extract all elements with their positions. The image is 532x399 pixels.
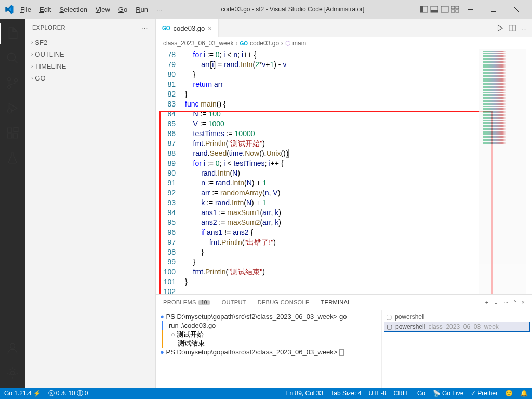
layout-right-icon[interactable] [441, 5, 449, 14]
split-icon[interactable] [509, 24, 516, 32]
run-icon[interactable] [496, 24, 503, 32]
section-sf2[interactable]: ›SF2 [25, 36, 155, 48]
extensions-icon [6, 126, 19, 140]
terminal-list: ▢powershell ▢powershell class_2023_06_03… [381, 310, 532, 388]
sidebar-title: EXPLORER [32, 24, 65, 31]
tab-problems[interactable]: PROBLEMS 10 [163, 299, 210, 305]
symbol-icon: ⬡ [285, 39, 290, 47]
status-encoding[interactable]: UTF-8 [369, 390, 387, 397]
search-icon [6, 51, 19, 65]
tab-code03[interactable]: GO code03.go × [156, 19, 219, 37]
status-cursor[interactable]: Ln 89, Col 33 [286, 390, 323, 397]
status-tabsize[interactable]: Tab Size: 4 [330, 390, 361, 397]
problems-badge: 10 [198, 300, 210, 305]
code-editor[interactable]: 7879808182838485868788899091929394959697… [156, 49, 532, 294]
menu-bar: File Edit Selection View Go Run ··· [17, 4, 166, 16]
activity-debug[interactable] [0, 98, 25, 118]
maximize-button[interactable] [482, 2, 505, 17]
svg-point-15 [7, 109, 12, 113]
menu-selection[interactable]: Selection [56, 4, 90, 16]
status-eol[interactable]: CRLF [394, 390, 410, 397]
line-gutter: 7879808182838485868788899091929394959697… [156, 49, 185, 294]
branch-icon [6, 76, 19, 90]
menu-go[interactable]: Go [115, 4, 131, 16]
terminal-icon: ▢ [386, 313, 392, 321]
activity-search[interactable] [0, 48, 25, 69]
svg-point-14 [15, 79, 17, 82]
menu-view[interactable]: View [92, 4, 114, 16]
activity-extensions[interactable] [0, 123, 25, 143]
svg-rect-7 [451, 10, 455, 12]
account-icon [6, 341, 19, 355]
svg-rect-3 [431, 10, 438, 12]
more-icon[interactable]: ··· [521, 24, 527, 32]
more-icon[interactable]: ··· [503, 299, 508, 305]
svg-rect-19 [14, 127, 18, 132]
svg-point-20 [10, 343, 15, 348]
svg-point-11 [7, 53, 15, 61]
activity-account[interactable] [0, 338, 25, 358]
panel-tabs: PROBLEMS 10 OUTPUT DEBUG CONSOLE TERMINA… [156, 295, 532, 310]
svg-rect-17 [7, 134, 12, 138]
activity-settings[interactable] [0, 363, 25, 383]
debug-icon [6, 101, 19, 115]
status-diagnostics[interactable]: ⓧ 0 ⚠ 10 ⓘ 0 [48, 389, 88, 398]
activity-scm[interactable] [0, 73, 25, 94]
status-golive[interactable]: 📡 Go Live [433, 390, 463, 397]
terminal-entry[interactable]: ▢powershell [384, 312, 530, 322]
close-icon[interactable]: × [208, 24, 212, 32]
status-prettier[interactable]: ✓ Prettier [471, 390, 498, 397]
maximize-panel-icon[interactable]: ^ [513, 299, 516, 305]
menu-edit[interactable]: Edit [36, 4, 55, 16]
section-go[interactable]: ›GO [25, 72, 155, 84]
terminal-entry[interactable]: ▢powershell class_2023_06_03_week [384, 322, 530, 332]
menu-run[interactable]: Run [132, 4, 152, 16]
svg-rect-10 [491, 7, 496, 12]
svg-rect-4 [441, 6, 448, 12]
status-bar: Go 1.21.4 ⚡ ⓧ 0 ⚠ 10 ⓘ 0 Ln 89, Col 33 T… [0, 388, 532, 399]
layout-sidebar-icon[interactable] [420, 5, 428, 14]
svg-rect-9 [468, 9, 473, 10]
svg-rect-18 [13, 134, 18, 138]
tab-terminal[interactable]: TERMINAL [321, 299, 351, 309]
minimize-button[interactable] [459, 2, 482, 17]
new-terminal-icon[interactable]: + [485, 299, 488, 305]
activity-testing[interactable] [0, 148, 25, 168]
editor-area: GO code03.go × ··· class_2023_06_03_week… [156, 19, 532, 388]
layout-controls [420, 5, 459, 14]
layout-custom-icon[interactable] [451, 5, 459, 14]
terminal-icon: ▢ [387, 323, 392, 330]
terminal[interactable]: ● PS D:\mysetup\gopath\src\sf2\class_202… [156, 310, 381, 388]
svg-rect-16 [7, 128, 12, 132]
section-timeline[interactable]: ›TIMELINE [25, 60, 155, 72]
status-feedback-icon[interactable]: 🙂 [505, 390, 513, 397]
section-outline[interactable]: ›OUTLINE [25, 48, 155, 60]
tab-output[interactable]: OUTPUT [222, 299, 246, 305]
breadcrumb[interactable]: class_2023_06_03_week› GOcode03.go› ⬡mai… [156, 37, 532, 49]
beaker-icon [6, 151, 19, 165]
sidebar-header: EXPLORER ··· [25, 19, 155, 36]
minimap[interactable] [479, 49, 526, 294]
sidebar-more-icon[interactable]: ··· [141, 23, 148, 32]
layout-panel-icon[interactable] [430, 5, 438, 14]
tab-debug-console[interactable]: DEBUG CONSOLE [258, 299, 310, 305]
svg-point-21 [11, 371, 15, 375]
status-lang[interactable]: Go [417, 390, 425, 397]
close-panel-icon[interactable]: × [522, 299, 525, 305]
menu-file[interactable]: File [17, 4, 35, 16]
tab-bar: GO code03.go × ··· [156, 19, 532, 37]
window-title: code03.go - sf2 - Visual Studio Code [Ad… [166, 6, 420, 13]
title-bar: File Edit Selection View Go Run ··· code… [0, 0, 532, 19]
status-go[interactable]: Go 1.21.4 ⚡ [4, 390, 41, 397]
files-icon [6, 26, 19, 40]
svg-rect-6 [456, 6, 459, 9]
menu-more[interactable]: ··· [153, 4, 166, 16]
activity-explorer[interactable] [0, 23, 25, 44]
close-button[interactable] [505, 2, 528, 17]
status-bell-icon[interactable]: 🔔 [520, 390, 528, 397]
activity-bar [0, 19, 25, 388]
svg-rect-8 [456, 10, 459, 12]
chevron-down-icon[interactable]: ⌄ [494, 299, 498, 306]
svg-point-12 [8, 78, 10, 81]
go-file-icon: GO [240, 41, 248, 46]
